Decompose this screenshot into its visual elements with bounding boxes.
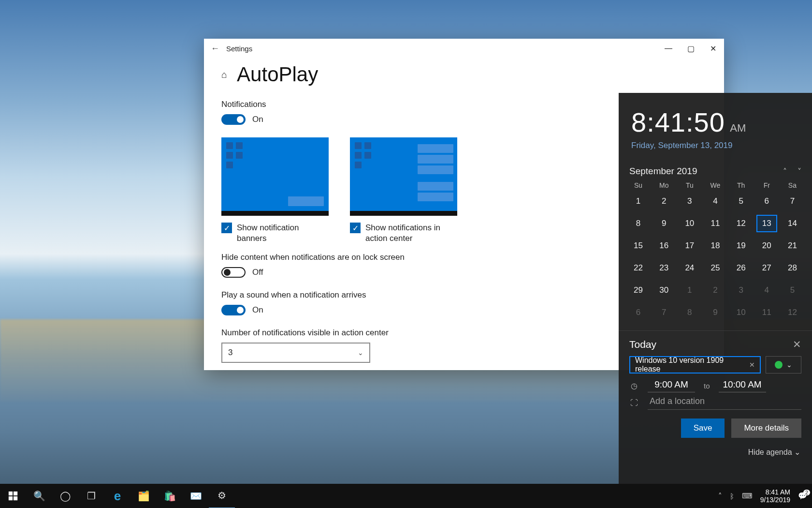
calendar-day[interactable]: 2 [702, 279, 728, 301]
back-button[interactable]: ← [204, 39, 226, 58]
cortana-button[interactable]: ◯ [52, 484, 78, 508]
notifications-toggle[interactable] [221, 114, 246, 125]
calendar-day[interactable]: 6 [754, 190, 780, 212]
clock-time: 8:41:50 AM [631, 106, 799, 138]
month-up-button[interactable]: ˄ [783, 167, 787, 176]
preview-actioncenter [350, 137, 457, 216]
desktop: ← Settings — ▢ ✕ ⌂ AutoPlay Notification… [0, 0, 812, 508]
settings-app[interactable]: ⚙ [209, 483, 235, 508]
svg-rect-2 [9, 496, 13, 500]
end-time-input[interactable]: 10:00 AM [719, 379, 766, 392]
mail-app[interactable]: ✉️ [183, 484, 209, 508]
calendar-day[interactable]: 2 [651, 190, 677, 212]
location-icon: ⛶ [629, 399, 639, 407]
calendar-day[interactable]: 3 [677, 190, 702, 212]
bluetooth-icon[interactable]: ᛒ [730, 492, 734, 500]
time-to-label: to [704, 382, 710, 390]
svg-rect-1 [14, 492, 17, 495]
taskview-button[interactable]: ❐ [78, 484, 104, 508]
minimize-button[interactable]: — [657, 39, 680, 58]
hide-agenda-button[interactable]: Hide agenda ⌄ [619, 443, 812, 464]
calendar-day[interactable]: 14 [780, 212, 805, 235]
banner-checkbox[interactable]: ✓ [221, 223, 232, 233]
search-button[interactable]: 🔍 [26, 484, 52, 508]
start-button[interactable] [0, 484, 26, 508]
month-down-button[interactable]: ˅ [798, 167, 801, 176]
calendar-day[interactable]: 10 [728, 301, 754, 324]
edge-app[interactable]: e [104, 484, 130, 508]
calendar-day[interactable]: 12 [780, 301, 805, 324]
dow-cell: Sa [780, 181, 805, 189]
calendar-grid: 1234567891011121314151617181920212223242… [619, 190, 812, 330]
dow-cell: We [702, 181, 728, 189]
more-details-button[interactable]: More details [731, 418, 801, 438]
file-explorer-app[interactable]: 🗂️ [130, 484, 157, 508]
save-button[interactable]: Save [681, 418, 725, 438]
calendar-day-today[interactable]: 13 [754, 212, 780, 235]
calendar-day[interactable]: 27 [754, 257, 780, 279]
taskbar-clock[interactable]: 8:41 AM 9/13/2019 [760, 488, 790, 504]
store-app[interactable]: 🛍️ [157, 484, 183, 508]
page-title: AutoPlay [237, 63, 318, 86]
calendar-day[interactable]: 20 [754, 235, 780, 257]
calendar-day[interactable]: 18 [702, 235, 728, 257]
calendar-day[interactable]: 10 [677, 212, 702, 235]
preview-banner [221, 137, 329, 216]
calendar-day[interactable]: 26 [728, 257, 754, 279]
calendar-day[interactable]: 7 [780, 190, 805, 212]
clock-long-date[interactable]: Friday, September 13, 2019 [631, 141, 799, 150]
sound-toggle[interactable] [221, 305, 246, 315]
calendar-day[interactable]: 11 [754, 301, 780, 324]
calendar-day[interactable]: 9 [651, 212, 677, 235]
calendar-day[interactable]: 1 [677, 279, 702, 301]
calendar-day[interactable]: 9 [702, 301, 728, 324]
close-button[interactable]: ✕ [702, 39, 724, 58]
banner-checkbox-label: Show notification banners [237, 223, 329, 244]
calendar-day[interactable]: 5 [728, 190, 754, 212]
calendar-day[interactable]: 8 [625, 212, 651, 235]
action-center-button[interactable]: 💬 [798, 492, 807, 500]
calendar-day[interactable]: 22 [625, 257, 651, 279]
calendar-picker[interactable]: ⌄ [766, 356, 801, 374]
calendar-day[interactable]: 12 [728, 212, 754, 235]
calendar-day[interactable]: 28 [780, 257, 805, 279]
calendar-dow-header: SuMoTuWeThFrSa [619, 179, 812, 190]
calendar-day[interactable]: 5 [780, 279, 805, 301]
titlebar: ← Settings — ▢ ✕ [204, 39, 724, 58]
home-icon[interactable]: ⌂ [221, 69, 227, 80]
start-time-input[interactable]: 9:00 AM [648, 379, 695, 392]
actioncenter-checkbox[interactable]: ✓ [350, 223, 361, 233]
count-combobox[interactable]: 3 ⌄ [221, 343, 370, 363]
hide-content-toggle[interactable] [221, 267, 246, 278]
calendar-day[interactable]: 29 [625, 279, 651, 301]
calendar-day[interactable]: 3 [728, 279, 754, 301]
keyboard-icon[interactable]: ⌨ [742, 492, 753, 500]
clear-input-icon[interactable]: ✕ [749, 361, 755, 369]
calendar-day[interactable]: 11 [702, 212, 728, 235]
maximize-button[interactable]: ▢ [680, 39, 702, 58]
calendar-day[interactable]: 4 [702, 190, 728, 212]
calendar-color-dot [775, 361, 783, 369]
calendar-day[interactable]: 15 [625, 235, 651, 257]
month-year-label[interactable]: September 2019 [629, 166, 697, 177]
today-dismiss-icon[interactable]: ✕ [793, 339, 801, 350]
calendar-day[interactable]: 19 [728, 235, 754, 257]
calendar-day[interactable]: 24 [677, 257, 702, 279]
dow-cell: Su [625, 181, 651, 189]
calendar-day[interactable]: 4 [754, 279, 780, 301]
calendar-day[interactable]: 25 [702, 257, 728, 279]
tray-overflow-icon[interactable]: ˄ [718, 492, 722, 500]
chevron-down-icon: ⌄ [794, 448, 800, 456]
calendar-day[interactable]: 7 [651, 301, 677, 324]
calendar-day[interactable]: 16 [651, 235, 677, 257]
calendar-day[interactable]: 8 [677, 301, 702, 324]
calendar-day[interactable]: 21 [780, 235, 805, 257]
event-title-input[interactable]: Windows 10 version 1909 release ✕ [629, 356, 761, 374]
calendar-day[interactable]: 6 [625, 301, 651, 324]
hide-content-state: Off [252, 268, 263, 277]
calendar-day[interactable]: 1 [625, 190, 651, 212]
calendar-day[interactable]: 23 [651, 257, 677, 279]
calendar-day[interactable]: 17 [677, 235, 702, 257]
calendar-day[interactable]: 30 [651, 279, 677, 301]
location-input[interactable]: Add a location [648, 396, 801, 410]
